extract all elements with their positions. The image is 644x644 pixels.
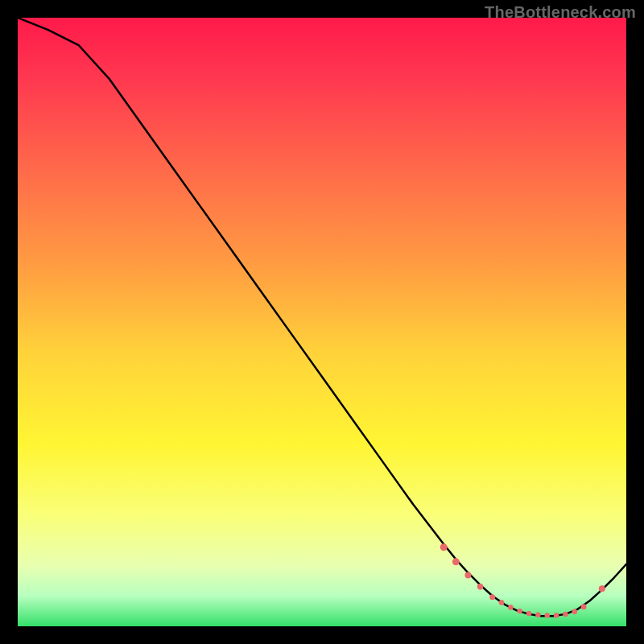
- chart-marker: [526, 611, 531, 616]
- chart-marker: [518, 609, 522, 613]
- chart-marker: [489, 594, 495, 600]
- chart-marker: [464, 572, 471, 579]
- chart-marker: [581, 604, 587, 609]
- watermark: TheBottleneck.com: [485, 3, 636, 22]
- chart-marker: [499, 600, 505, 605]
- chart-marker: [477, 584, 484, 590]
- chart-container: TheBottleneck.com: [0, 0, 644, 644]
- chart-marker: [535, 612, 540, 617]
- chart-marker: [572, 609, 577, 615]
- chart-marker: [599, 585, 605, 592]
- chart-svg: [18, 18, 626, 626]
- chart-marker: [508, 605, 513, 609]
- chart-marker: [563, 612, 568, 617]
- chart-marker: [545, 613, 550, 617]
- chart-background: [18, 18, 626, 626]
- chart-marker: [452, 558, 460, 565]
- chart-plot-area: [18, 18, 626, 626]
- chart-marker: [440, 543, 448, 551]
- chart-marker: [554, 613, 559, 617]
